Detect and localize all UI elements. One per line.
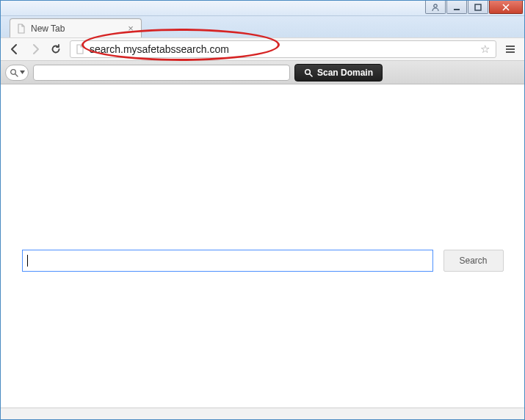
extension-toolbar: Scan Domain <box>1 61 524 84</box>
minimize-button[interactable] <box>446 1 467 14</box>
svg-point-7 <box>305 69 311 74</box>
window-titlebar <box>1 1 524 16</box>
svg-rect-1 <box>454 9 460 10</box>
back-button[interactable] <box>5 40 24 59</box>
search-row: Search <box>22 250 504 272</box>
address-bar[interactable]: search.mysafetabssearch.com ☆ <box>70 40 496 58</box>
status-bar <box>1 408 524 420</box>
magnifier-icon <box>10 68 18 77</box>
maximize-button[interactable] <box>468 1 488 14</box>
svg-rect-5 <box>506 51 515 53</box>
page-icon <box>75 44 85 54</box>
close-button[interactable] <box>489 1 523 14</box>
menu-button[interactable] <box>501 40 520 59</box>
main-search-input[interactable] <box>22 250 433 272</box>
user-button[interactable] <box>425 1 446 14</box>
magnifier-icon <box>304 68 313 77</box>
svg-rect-4 <box>506 48 515 50</box>
extension-search-box[interactable] <box>33 65 290 81</box>
extension-search-input[interactable] <box>38 68 285 78</box>
search-provider-dropdown[interactable] <box>5 65 29 81</box>
search-button[interactable]: Search <box>443 250 504 272</box>
browser-toolbar: search.mysafetabssearch.com ☆ <box>1 37 524 61</box>
scan-domain-button[interactable]: Scan Domain <box>294 64 383 82</box>
tab-new-tab[interactable]: New Tab × <box>10 18 142 37</box>
tab-title: New Tab <box>31 23 126 34</box>
svg-rect-2 <box>475 4 481 10</box>
reload-button[interactable] <box>46 40 65 59</box>
text-caret <box>27 255 28 267</box>
svg-rect-3 <box>506 46 515 47</box>
tab-close-icon[interactable]: × <box>126 24 135 33</box>
chevron-down-icon <box>20 70 25 75</box>
tab-strip: New Tab × <box>1 16 524 37</box>
svg-point-6 <box>10 69 15 74</box>
page-content: Search <box>1 84 524 408</box>
url-text: search.mysafetabssearch.com <box>90 43 477 55</box>
svg-point-0 <box>434 4 437 7</box>
scan-domain-label: Scan Domain <box>317 68 373 78</box>
forward-button[interactable] <box>26 40 45 59</box>
file-icon <box>16 23 26 34</box>
bookmark-star-icon[interactable]: ☆ <box>480 43 490 56</box>
